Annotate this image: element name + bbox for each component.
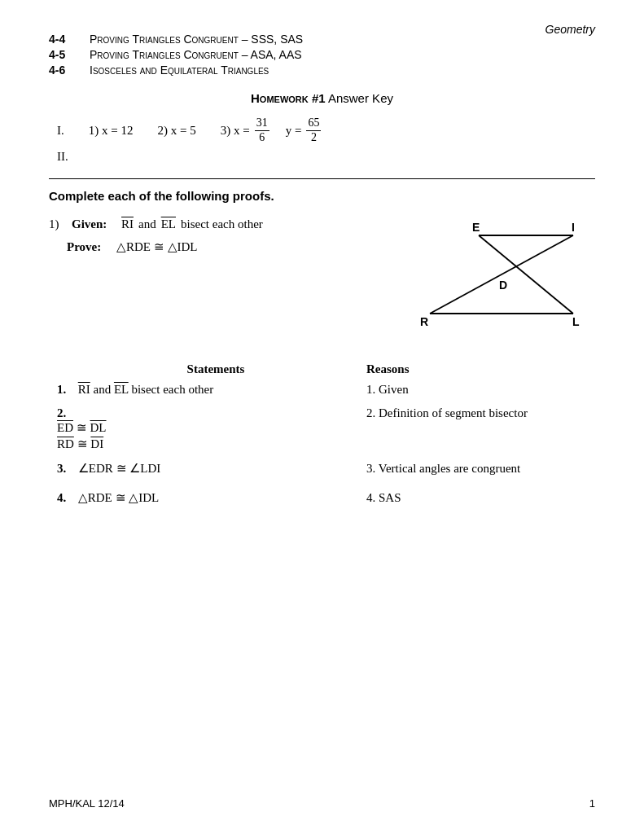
stmt-col-4: 4. △RDE ≅ △IDL [49, 490, 358, 505]
stmt-col-1: 1. RI and EL bisect each other [49, 383, 358, 397]
stmt-seg1-2: ED [57, 421, 73, 434]
page: Geometry 4-4 Proving Triangles Congruent… [0, 0, 644, 834]
prove-row: Prove: △RDE ≅ △IDL [67, 239, 392, 254]
ans3-num: 31 [255, 116, 269, 131]
stmt-rest-1-text: bisect each other [131, 383, 213, 396]
row-num-4: 4. [57, 491, 75, 505]
proof-left: 1) Given: RI and EL bisect each other Pr… [49, 217, 392, 348]
ans3-den: 6 [257, 131, 266, 145]
and-1: and [94, 383, 112, 396]
stmt-seg4-2: DI [90, 437, 103, 450]
svg-line-0 [430, 235, 573, 314]
header-row-2: 4-5 Proving Triangles Congruent – ASA, A… [49, 48, 595, 61]
ans4-den: 2 [309, 131, 318, 145]
given-seg2: EL [161, 217, 176, 231]
proof-row-2: 2. ED ≅ DL RD ≅ DI 2. Definition of segm… [49, 406, 595, 451]
ans3-fraction: 31 6 [255, 116, 269, 145]
rsn-col-4: 4. SAS [358, 491, 595, 505]
part-I-label: I. [57, 124, 64, 138]
prove-label: Prove: [67, 240, 112, 254]
svg-text:L: L [572, 315, 580, 328]
footer-right: 1 [589, 797, 595, 810]
hw-title: Homework #1 Answer Key [49, 91, 595, 105]
svg-text:E: E [472, 221, 480, 234]
header-title-1: Proving Triangles Congruent – SSS, SAS [90, 33, 303, 46]
problem-number: 1) [49, 217, 67, 231]
proof-table-headers: Statements Reasons [49, 362, 595, 376]
svg-text:R: R [420, 315, 428, 328]
stmt-sym1: ≅ [77, 421, 90, 434]
given-and: and [138, 217, 156, 231]
stmt-col-3: 3. ∠EDR ≅ ∠LDI [49, 461, 358, 476]
stmt-line1: ED ≅ DL [57, 420, 358, 435]
part-II-label: II. [49, 150, 595, 164]
header-number-1: 4-4 [49, 33, 90, 46]
stmt-seg2-1: EL [114, 383, 129, 396]
ans4-label: y = [286, 124, 302, 138]
ans2: 2) x = 5 [157, 124, 195, 138]
header-section: 4-4 Proving Triangles Congruent – SSS, S… [49, 33, 595, 77]
svg-text:D: D [499, 279, 507, 292]
proof-row-1: 1. RI and EL bisect each other 1. Given [49, 383, 595, 397]
stmt-sym2: ≅ [77, 437, 91, 450]
proof-table: Statements Reasons 1. RI and EL bisect e… [49, 362, 595, 505]
svg-text:I: I [572, 221, 575, 234]
stmt-3: ∠EDR ≅ ∠LDI [78, 462, 161, 475]
diagram: E I D R L [408, 217, 595, 348]
hw-answer-key: Answer Key [328, 91, 393, 105]
row-num-1: 1. [57, 383, 75, 397]
ans4-num: 65 [306, 116, 321, 131]
stmt-seg2-2: DL [90, 421, 107, 434]
header-number-3: 4-6 [49, 64, 90, 77]
given-rest: bisect each other [181, 217, 263, 231]
header-title-3: Isosceles and Equilateral Triangles [90, 64, 269, 77]
row-num-2: 2. [57, 406, 75, 420]
reasons-header: Reasons [358, 362, 595, 376]
ans3-label: 3) x = [221, 124, 250, 138]
proof-section-1: 1) Given: RI and EL bisect each other Pr… [49, 217, 595, 348]
stmt-seg1-1: RI [78, 383, 90, 396]
rsn-col-1: 1. Given [358, 383, 595, 397]
ans3-container: 3) x = 31 6 y = 65 2 [221, 116, 323, 145]
given-row: 1) Given: RI and EL bisect each other [49, 217, 392, 231]
hw-bold: Homework #1 [251, 91, 326, 105]
stmt-col-2: 2. ED ≅ DL RD ≅ DI [49, 406, 358, 451]
stmt-4: △RDE ≅ △IDL [78, 491, 160, 504]
proof-row-3: 3. ∠EDR ≅ ∠LDI 3. Vertical angles are co… [49, 461, 595, 476]
header-title-2: Proving Triangles Congruent – ASA, AAS [90, 48, 302, 61]
rsn-col-2: 2. Definition of segment bisector [358, 406, 595, 420]
stmt-line2: RD ≅ DI [57, 437, 358, 451]
footer-left: MPH/KAL 12/14 [49, 797, 125, 810]
prove-stmt: △RDE ≅ △IDL [116, 239, 198, 254]
given-label: Given: [72, 217, 116, 231]
complete-heading: Complete each of the following proofs. [49, 189, 595, 203]
header-row-3: 4-6 Isosceles and Equilateral Triangles [49, 64, 595, 77]
geometry-label: Geometry [545, 23, 595, 36]
given-seg1: RI [121, 217, 134, 231]
footer: MPH/KAL 12/14 1 [49, 797, 595, 810]
stacked-stmts: ED ≅ DL RD ≅ DI [57, 420, 358, 451]
statements-header: Statements [49, 362, 358, 376]
ans4-fraction: 65 2 [306, 116, 321, 145]
svg-line-1 [479, 235, 573, 314]
row-num-3: 3. [57, 462, 75, 476]
rsn-col-3: 3. Vertical angles are congruent [358, 462, 595, 476]
proof-row-4: 4. △RDE ≅ △IDL 4. SAS [49, 490, 595, 505]
stmt-seg3-2: RD [57, 437, 74, 450]
header-row-1: 4-4 Proving Triangles Congruent – SSS, S… [49, 33, 595, 46]
header-number-2: 4-5 [49, 48, 90, 61]
ans1: 1) x = 12 [89, 124, 134, 138]
answers-row-I: I. 1) x = 12 2) x = 5 3) x = 31 6 y = 65… [49, 116, 595, 145]
divider [49, 178, 595, 179]
